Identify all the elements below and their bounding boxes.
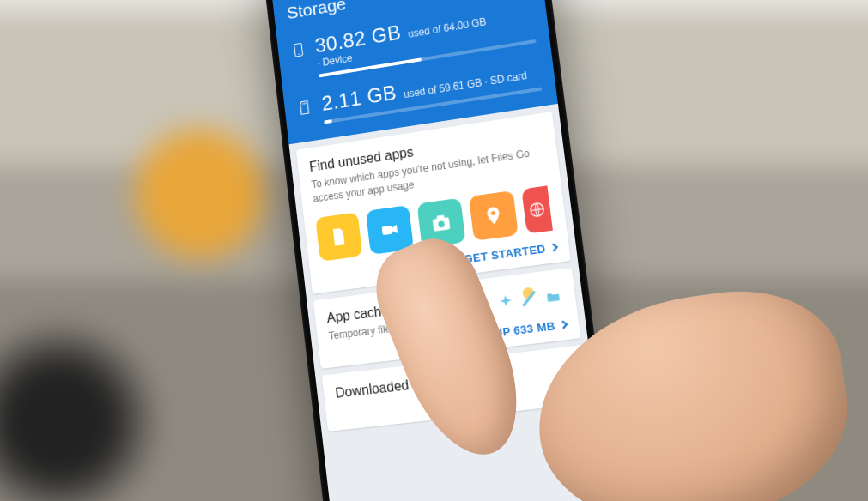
app-icon-file[interactable] <box>315 212 362 261</box>
chevron-right-icon <box>549 243 557 251</box>
globe-icon <box>527 200 547 220</box>
folder-icon <box>543 288 563 306</box>
app-icon-globe[interactable] <box>521 185 553 233</box>
downloaded-files-title: Downloaded files <box>334 359 572 401</box>
phone-icon <box>290 41 307 58</box>
phone-frame: 37% 10:26 Storage 30.82 GB used of 64.00… <box>262 0 618 501</box>
app-icon-location[interactable] <box>468 190 518 241</box>
app-icon-video[interactable] <box>365 205 413 255</box>
brush-icon <box>516 284 541 309</box>
cache-graphic <box>495 281 563 311</box>
sdcard-total-label: used of 59.61 GB · SD card <box>403 69 527 100</box>
file-icon <box>327 225 349 248</box>
unused-apps-card: Find unused apps To know which apps you'… <box>295 112 570 293</box>
page-title: Storage <box>285 0 346 23</box>
svg-rect-6 <box>294 43 302 57</box>
screen: 37% 10:26 Storage 30.82 GB used of 64.00… <box>270 0 610 501</box>
sdcard-icon <box>296 99 313 116</box>
camera-icon <box>428 210 452 235</box>
sdcard-used-value: 2.11 GB <box>320 81 398 115</box>
pin-icon <box>482 203 505 226</box>
video-icon <box>378 218 400 241</box>
app-icon-camera[interactable] <box>416 197 465 247</box>
svg-rect-8 <box>381 225 392 234</box>
chevron-right-icon <box>559 321 568 329</box>
get-started-label: GET STARTED <box>463 242 545 265</box>
sparkle-icon <box>495 293 514 312</box>
svg-point-7 <box>298 53 300 55</box>
